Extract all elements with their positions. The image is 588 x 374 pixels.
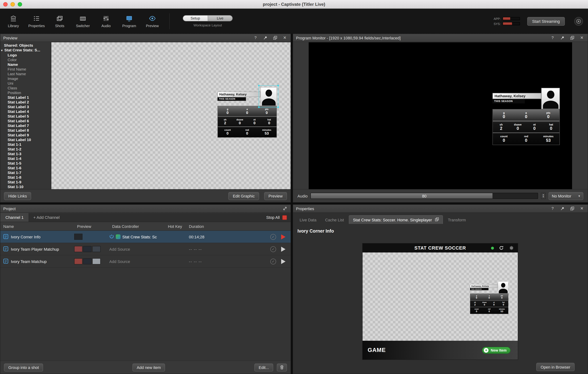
add-channel-button[interactable]: + Add Channel [29,215,64,219]
setup-segment[interactable]: Setup [183,16,208,21]
toolbar-library-button[interactable]: Library [5,14,22,28]
selection-box[interactable] [259,85,278,107]
layer-item[interactable]: Stat Label 1 [0,95,51,100]
detach-tab-icon[interactable] [435,217,439,222]
layer-item[interactable]: Stat 1-7 [0,170,51,175]
layer-item[interactable]: Logo [0,53,51,58]
layer-item[interactable]: Color [0,58,51,62]
project-row[interactable]: Ivory Corner InfoStat Crew Stats: Sc00:1… [0,231,291,243]
program-video-canvas[interactable]: Hathaway, KelseyTHIS SEASONg0a0pts0sh2ds… [309,42,572,189]
layer-item[interactable]: Stat 1-2 [0,147,51,152]
live-segment[interactable]: Live [208,16,232,21]
layer-item[interactable]: Position [0,90,51,95]
add-source-placeholder[interactable]: Add Source [109,247,130,251]
expand-arrow-icon[interactable]: ▾ [1,48,4,53]
delete-button[interactable] [277,363,287,371]
edit-button[interactable]: Edit... [254,363,273,371]
layer-item[interactable]: Uni [0,81,51,86]
open-in-browser-button[interactable]: Open in Browser [536,363,575,371]
tab-live-data[interactable]: Live Data [296,216,320,224]
close-icon[interactable]: ✕ [579,35,585,41]
help-icon[interactable]: ? [252,35,258,41]
group-into-shot-button[interactable]: Group into a shot [4,363,43,371]
float-panel-icon[interactable] [569,35,575,41]
layer-item[interactable]: Stat 1-3 [0,152,51,156]
pin-icon[interactable] [559,206,565,211]
minimize-window-button[interactable] [10,2,15,6]
toolbar-program-button[interactable]: Program [121,14,137,28]
project-row[interactable]: Ivory Team Player MatchupAdd Source-- --… [0,243,291,255]
layer-item[interactable]: Stat Label 4 [0,109,51,114]
close-window-button[interactable] [3,2,8,6]
pin-icon[interactable] [262,35,268,41]
layer-item[interactable]: Stat Label 5 [0,114,51,119]
layer-item[interactable]: Stat Label 3 [0,104,51,109]
play-button[interactable] [281,234,291,239]
audio-stepper[interactable]: ▲▼ [541,193,546,199]
play-button[interactable] [281,247,291,251]
tab-stat-crew-stats-soccer-home-singleplayer[interactable]: Stat Crew Stats: Soccer. Home. Singlepla… [349,215,443,224]
help-icon[interactable]: ? [550,206,556,211]
layer-item[interactable]: Stat 1-9 [0,180,51,185]
layer-item[interactable]: Last Name [0,72,51,76]
refresh-icon[interactable] [498,245,504,251]
project-row[interactable]: Ivory Team MatchupAdd Source-- -- --✓ [0,255,291,268]
selection-handle[interactable] [258,106,260,108]
step-up-icon[interactable]: ▲ [542,194,544,196]
play-button[interactable] [281,259,291,264]
layer-item[interactable]: Stat 1-4 [0,156,51,161]
add-new-item-button[interactable]: Add new item [132,363,165,371]
layer-item[interactable]: Class [0,86,51,90]
start-streaming-button[interactable]: Start Streaming [527,17,565,25]
preview-button[interactable]: Preview [264,192,287,200]
tab-transform[interactable]: Transform [444,216,469,224]
layer-item[interactable]: Stat 1-1 [0,142,51,147]
zoom-window-button[interactable] [18,2,22,6]
selection-handle[interactable] [258,85,260,86]
toolbar-properties-button[interactable]: Properties [28,14,45,28]
layer-item[interactable]: Stat 1-6 [0,166,51,170]
layer-item[interactable]: Stat Label 10 [0,137,51,142]
add-source-placeholder[interactable]: Add Source [109,259,130,263]
layer-item[interactable]: ▾Stat Crew Stats: S... [0,48,51,53]
account-avatar[interactable] [574,17,583,25]
collapse-panel-icon[interactable] [282,206,288,211]
toolbar-preview-button[interactable]: Preview [144,14,161,28]
layer-item[interactable]: Stat Label 2 [0,100,51,104]
layer-item[interactable]: Name [0,62,51,67]
close-icon[interactable]: ✕ [282,35,288,41]
float-panel-icon[interactable] [569,206,575,211]
layer-item[interactable]: Stat Label 8 [0,128,51,133]
layer-item[interactable]: Stat 1-8 [0,175,51,180]
layer-item[interactable]: Stat Label 7 [0,123,51,128]
layer-item[interactable]: First Name [0,67,51,72]
toolbar-switcher-button[interactable]: Switcher [74,14,91,28]
data-controller-name[interactable]: Stat Crew Stats: Sc [122,235,157,239]
layer-item[interactable]: Stat 1-10 [0,185,51,189]
toolbar-audio-button[interactable]: Audio [98,14,114,28]
layer-item[interactable]: Stat 1-5 [0,161,51,166]
power-icon[interactable] [109,234,114,239]
step-down-icon[interactable]: ▼ [542,196,544,198]
layer-item[interactable]: Stat Label 6 [0,119,51,123]
preview-canvas[interactable]: Hathaway, KelseyTHIS SEASONg0a0pts0sh2ds… [51,42,291,189]
layer-item[interactable]: Image [0,76,51,81]
tab-cache-list[interactable]: Cache List [322,216,347,224]
toolbar-shots-button[interactable]: Shots [51,14,68,28]
audio-level-slider[interactable]: 80 [310,193,538,199]
selection-handle[interactable] [277,106,279,108]
workspace-mode-toggle[interactable]: Setup Live [183,15,233,21]
layer-item[interactable]: Shared: Objects [0,43,51,48]
player-stats-graphic[interactable]: Hathaway, KelseyTHIS SEASONg0a0pts0sh2ds… [218,87,277,138]
new-item-button[interactable]: + New Item [482,347,511,353]
selection-handle[interactable] [277,85,279,86]
edit-graphic-button[interactable]: Edit Graphic [229,192,259,200]
float-panel-icon[interactable] [272,35,278,41]
tab-channel-1[interactable]: Channel 1 [0,213,29,222]
monitor-select-dropdown[interactable]: No Monitor ▾ [548,192,583,200]
help-icon[interactable]: ? [550,35,556,41]
stop-all-button[interactable] [282,215,287,220]
close-icon[interactable]: ✕ [579,206,585,211]
hide-links-button[interactable]: Hide Links [4,192,31,200]
pin-icon[interactable] [559,35,565,41]
